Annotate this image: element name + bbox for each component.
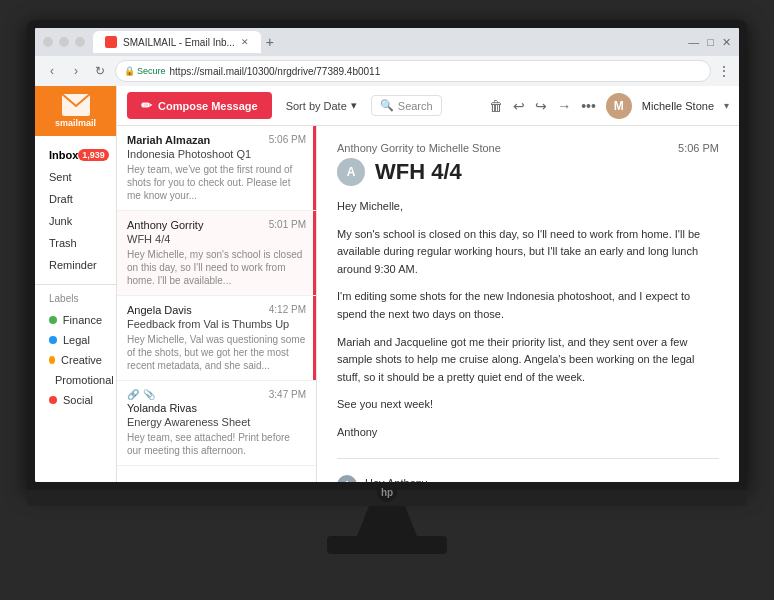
sidebar-item-draft[interactable]: Draft <box>35 188 116 210</box>
sidebar-logo: smailmail <box>35 86 116 136</box>
email-item-2[interactable]: Angela Davis Feedback from Val is Thumbs… <box>117 296 316 381</box>
label-legal[interactable]: Legal <box>49 330 102 350</box>
lock-icon: 🔒 <box>124 66 135 76</box>
email-item-0[interactable]: Mariah Almazan Indonesia Photoshoot Q1 H… <box>117 126 316 211</box>
reply-header: A 📎 Hey Anthony, Family first! Make sure… <box>337 475 719 482</box>
sidebar-item-inbox[interactable]: Inbox 1,939 <box>35 144 116 166</box>
toolbar-row: ✏ Compose Message Sort by Date ▾ 🔍 Searc… <box>117 86 739 126</box>
reader-subject: A WFH 4/4 <box>337 158 719 186</box>
browser-toolbar: ‹ › ↻ 🔒 Secure https://smail.mail/10300/… <box>35 56 739 86</box>
reply-section: A 📎 Hey Anthony, Family first! Make sure… <box>337 475 719 482</box>
email-reader: Anthony Gorrity to Michelle Stone 5:06 P… <box>317 126 739 482</box>
sidebar-item-reminder[interactable]: Reminder <box>35 254 116 276</box>
label-social[interactable]: Social <box>49 390 102 410</box>
email-logo-icon <box>62 94 90 116</box>
address-bar[interactable]: 🔒 Secure https://smail.mail/10300/nrgdri… <box>115 60 711 82</box>
window-close-btn[interactable] <box>43 37 53 47</box>
close-icon[interactable]: ✕ <box>722 36 731 49</box>
undo-button[interactable]: ↩ <box>513 98 525 114</box>
email-list: Mariah Almazan Indonesia Photoshoot Q1 H… <box>117 126 317 482</box>
main-panel: ✏ Compose Message Sort by Date ▾ 🔍 Searc… <box>117 86 739 482</box>
link-icon: 📎 <box>143 389 155 400</box>
search-icon: 🔍 <box>380 99 394 112</box>
logo-text: smailmail <box>55 118 96 128</box>
content-area: Mariah Almazan Indonesia Photoshoot Q1 H… <box>117 126 739 482</box>
window-minimize-btn[interactable] <box>59 37 69 47</box>
reader-time: 5:06 PM <box>678 142 719 154</box>
monitor-bezel: SMAILMAIL - Email Inb... ✕ + — □ ✕ ‹ › ↻ <box>27 20 747 490</box>
sort-button[interactable]: Sort by Date ▾ <box>280 95 363 116</box>
label-creative[interactable]: Creative <box>49 350 102 370</box>
reader-from: Anthony Gorrity to Michelle Stone <box>337 142 501 154</box>
sidebar-labels: Labels Finance Legal Creative <box>35 285 116 418</box>
monitor-screen: SMAILMAIL - Email Inb... ✕ + — □ ✕ ‹ › ↻ <box>35 28 739 482</box>
delete-button[interactable]: 🗑 <box>489 98 503 114</box>
sidebar-item-junk[interactable]: Junk <box>35 210 116 232</box>
label-finance[interactable]: Finance <box>49 310 102 330</box>
user-name: Michelle Stone <box>642 100 714 112</box>
forward-button[interactable]: › <box>67 62 85 80</box>
browser-controls <box>43 37 85 47</box>
tab-favicon-icon <box>105 36 117 48</box>
sidebar-item-trash[interactable]: Trash <box>35 232 116 254</box>
reader-header: Anthony Gorrity to Michelle Stone 5:06 P… <box>337 142 719 154</box>
finance-dot <box>49 316 57 324</box>
browser-tab[interactable]: SMAILMAIL - Email Inb... ✕ <box>93 31 261 53</box>
unread-indicator <box>313 126 316 210</box>
creative-dot <box>49 356 55 364</box>
maximize-icon[interactable]: □ <box>707 36 714 48</box>
email-divider <box>337 458 719 459</box>
monitor: SMAILMAIL - Email Inb... ✕ + — □ ✕ ‹ › ↻ <box>27 20 747 580</box>
redo-button[interactable]: ↪ <box>535 98 547 114</box>
browser-menu-button[interactable]: ⋮ <box>717 63 731 79</box>
email-app: smailmail Inbox 1,939 Sent Draft <box>35 86 739 482</box>
legal-dot <box>49 336 57 344</box>
user-avatar: M <box>606 93 632 119</box>
window-maximize-btn[interactable] <box>75 37 85 47</box>
new-tab-button[interactable]: + <box>261 33 279 51</box>
attachment-icon: 🔗 <box>127 389 139 400</box>
unread-indicator <box>313 211 316 295</box>
back-button[interactable]: ‹ <box>43 62 61 80</box>
email-body: Hey Michelle, My son's school is closed … <box>337 198 719 442</box>
labels-title: Labels <box>49 293 102 304</box>
sidebar: smailmail Inbox 1,939 Sent Draft <box>35 86 117 482</box>
tab-close-icon[interactable]: ✕ <box>241 37 249 47</box>
sidebar-nav: Inbox 1,939 Sent Draft Junk <box>35 136 116 285</box>
browser-chrome: SMAILMAIL - Email Inb... ✕ + — □ ✕ ‹ › ↻ <box>35 28 739 86</box>
label-promotional[interactable]: Promotional <box>49 370 102 390</box>
reply-avatar: A <box>337 475 357 482</box>
compose-button[interactable]: ✏ Compose Message <box>127 92 272 119</box>
email-item-1[interactable]: Anthony Gorrity WFH 4/4 Hey Michelle, my… <box>117 211 316 296</box>
monitor-stand-base <box>327 536 447 554</box>
more-button[interactable]: ••• <box>581 98 596 114</box>
hp-logo: hp <box>377 482 397 502</box>
window-controls: — □ ✕ <box>688 36 731 49</box>
sidebar-item-sent[interactable]: Sent <box>35 166 116 188</box>
tab-title: SMAILMAIL - Email Inb... <box>123 37 235 48</box>
compose-icon: ✏ <box>141 98 152 113</box>
inbox-badge: 1,939 <box>78 149 109 161</box>
social-dot <box>49 396 57 404</box>
browser-titlebar: SMAILMAIL - Email Inb... ✕ + — □ ✕ <box>35 28 739 56</box>
chevron-down-icon: ▾ <box>351 99 357 112</box>
toolbar-actions: 🗑 ↩ ↪ → ••• M Michelle Stone ▾ <box>489 93 729 119</box>
unread-indicator <box>313 296 316 380</box>
forward-button[interactable]: → <box>557 98 571 114</box>
secure-badge: 🔒 Secure <box>124 66 166 76</box>
minimize-icon[interactable]: — <box>688 36 699 48</box>
search-box[interactable]: 🔍 Search <box>371 95 442 116</box>
monitor-stand-top <box>357 506 417 536</box>
email-item-3[interactable]: 🔗 📎 Yolanda Rivas Energy Awareness Sheet… <box>117 381 316 466</box>
address-url: https://smail.mail/10300/nrgdrive/77389.… <box>170 66 381 77</box>
sender-avatar: A <box>337 158 365 186</box>
reload-button[interactable]: ↻ <box>91 62 109 80</box>
user-dropdown-icon[interactable]: ▾ <box>724 100 729 111</box>
